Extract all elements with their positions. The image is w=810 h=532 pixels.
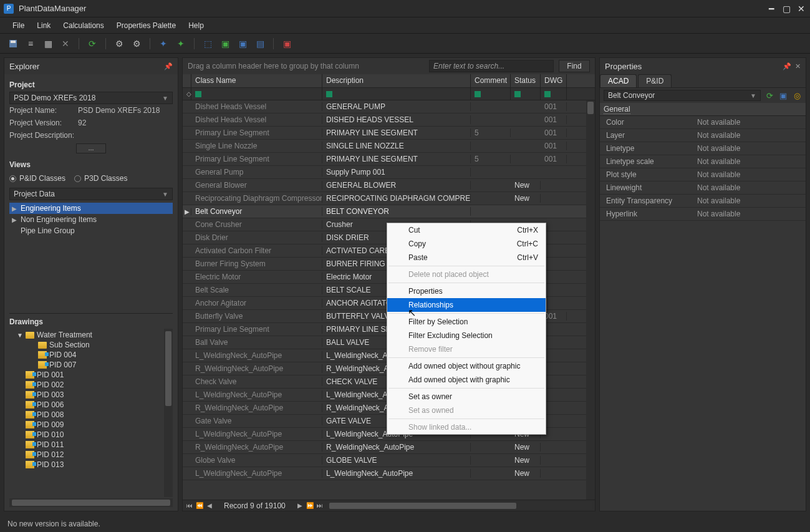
table-row[interactable]: General BlowerGENERAL BLOWERNew: [183, 179, 595, 192]
drawing-item[interactable]: PID 011: [13, 440, 173, 450]
project-desc-button[interactable]: ...: [76, 143, 106, 153]
property-row[interactable]: Plot styleNot available: [600, 168, 806, 181]
minimize-icon[interactable]: ━: [766, 4, 776, 14]
drawing-item[interactable]: PID 010: [13, 430, 173, 440]
import-icon[interactable]: ▣: [236, 37, 249, 51]
table-row[interactable]: R_WeldingNeck_AutoPipeR_WeldingNeck_Auto…: [183, 441, 595, 454]
properties-category[interactable]: General: [600, 103, 806, 116]
drawing-item[interactable]: PID 013: [13, 460, 173, 470]
context-menu-item[interactable]: Filter by Selection: [387, 315, 546, 329]
table-icon[interactable]: ▤: [253, 37, 267, 51]
grid-h-scrollbar[interactable]: [329, 502, 592, 510]
drawing-item[interactable]: ▼Water Treatment: [13, 330, 173, 340]
nav-first-icon[interactable]: ⏮: [185, 502, 194, 509]
copy-icon[interactable]: ▣: [778, 90, 788, 100]
table-row[interactable]: General PumpSupply Pump 001: [183, 166, 595, 179]
drawing-item[interactable]: PID 006: [13, 400, 173, 410]
property-row[interactable]: LinetypeNot available: [600, 142, 806, 155]
nav-next-icon[interactable]: ▶: [296, 502, 304, 509]
property-row[interactable]: HyperlinkNot available: [600, 208, 806, 221]
link-icon[interactable]: ◎: [792, 90, 802, 100]
drawing-item[interactable]: PID 004: [13, 350, 173, 360]
maximize-icon[interactable]: ▢: [781, 4, 791, 14]
context-menu-item[interactable]: Relationships: [387, 298, 546, 312]
column-status[interactable]: Status: [511, 74, 541, 87]
table-row[interactable]: L_WeldingNeck_AutoPipeL_WeldingNeck_Auto…: [183, 467, 595, 480]
pin-icon[interactable]: 📌: [164, 62, 173, 70]
tab-acad[interactable]: ACAD: [600, 74, 637, 87]
project-combo[interactable]: PSD Demo XREFs 2018 ▼: [9, 92, 173, 104]
remove-icon[interactable]: ▣: [280, 37, 294, 51]
refresh-icon[interactable]: ⟳: [764, 90, 774, 100]
property-row[interactable]: Linetype scaleNot available: [600, 155, 806, 168]
nav-prev-icon[interactable]: ◀: [205, 502, 214, 509]
add-plus-icon[interactable]: ✦: [174, 37, 188, 51]
refresh-icon[interactable]: ⟳: [85, 37, 99, 51]
filter-status[interactable]: [511, 88, 541, 100]
drawing-item[interactable]: PID 002: [13, 380, 173, 390]
context-menu-item[interactable]: Add owned object with graphic: [387, 373, 546, 387]
filter-comment[interactable]: [471, 88, 511, 100]
pin-icon[interactable]: 📌: [783, 62, 791, 70]
context-menu-item[interactable]: CutCtrl+X: [387, 223, 546, 237]
delete-icon[interactable]: ✕: [59, 37, 72, 51]
drawing-item[interactable]: PID 001: [13, 370, 173, 380]
table-row[interactable]: Primary Line SegmentPRIMARY LINE SEGMENT…: [183, 127, 595, 140]
drawings-scrollbar[interactable]: [164, 329, 173, 497]
tree-item[interactable]: Pipe Line Group: [9, 225, 173, 236]
property-row[interactable]: LayerNot available: [600, 129, 806, 142]
filter-desc[interactable]: [322, 88, 471, 100]
drawing-item[interactable]: Sub Section: [13, 340, 173, 350]
property-row[interactable]: Entity TransparencyNot available: [600, 195, 806, 208]
filter-class[interactable]: [191, 88, 322, 100]
properties-object-combo[interactable]: Belt Conveyor ▼: [604, 90, 761, 101]
drawing-item[interactable]: PID 012: [13, 450, 173, 460]
table-row[interactable]: ▶Belt ConveyorBELT CONVEYOR: [183, 205, 595, 218]
context-menu-item[interactable]: Properties: [387, 284, 546, 298]
find-next-icon[interactable]: ⚙: [130, 37, 143, 51]
column-description[interactable]: Description: [322, 74, 471, 87]
menu-help[interactable]: Help: [182, 19, 210, 32]
radio-p3d-classes[interactable]: P3D Classes: [74, 174, 127, 183]
table-row[interactable]: Dished Heads VesselDISHED HEADS VESSEL00…: [183, 114, 595, 127]
search-input[interactable]: Enter text to search...: [429, 60, 554, 72]
context-menu-item[interactable]: Set as owner: [387, 390, 546, 404]
menu-file[interactable]: File: [6, 19, 31, 32]
context-menu-item[interactable]: CopyCtrl+C: [387, 237, 546, 251]
column-comment[interactable]: Comment: [471, 74, 511, 87]
grid-v-scrollbar[interactable]: [586, 100, 595, 500]
drawing-item[interactable]: PID 009: [13, 420, 173, 430]
property-row[interactable]: ColorNot available: [600, 116, 806, 129]
export-icon[interactable]: ▣: [218, 37, 232, 51]
drawing-item[interactable]: PID 003: [13, 390, 173, 400]
table-row[interactable]: Single Line NozzleSINGLE LINE NOZZLE001: [183, 140, 595, 153]
context-menu-item[interactable]: Add owned object without graphic: [387, 359, 546, 373]
tree-item[interactable]: ▶Non Engineering Items: [9, 214, 173, 225]
menu-link[interactable]: Link: [31, 19, 57, 32]
table-row[interactable]: Reciprocating Diaphragm CompressorRECIPR…: [183, 192, 595, 205]
table-row[interactable]: Globe ValveGLOBE VALVENew: [183, 454, 595, 467]
table-row[interactable]: Dished Heads VesselGENERAL PUMP001: [183, 100, 595, 114]
nav-last-icon[interactable]: ⏭: [316, 502, 324, 509]
drawing-item[interactable]: PID 008: [13, 410, 173, 420]
add-icon[interactable]: ✦: [157, 37, 170, 51]
column-dwg[interactable]: DWG ...: [541, 74, 567, 87]
drawing-item[interactable]: PID 007: [13, 360, 173, 370]
nav-prevpage-icon[interactable]: ⏪: [195, 502, 204, 509]
menu-calculations[interactable]: Calculations: [57, 19, 110, 32]
save-icon[interactable]: [6, 37, 20, 51]
grid-icon[interactable]: ▦: [41, 37, 55, 51]
context-menu-item[interactable]: PasteCtrl+V: [387, 251, 546, 264]
find-button[interactable]: Find: [559, 60, 590, 72]
tree-item[interactable]: ▶Engineering Items: [9, 203, 173, 214]
table-row[interactable]: Primary Line SegmentPRIMARY LINE SEGMENT…: [183, 153, 595, 166]
radio-pid-classes[interactable]: P&ID Classes: [9, 174, 65, 183]
find-icon[interactable]: ⚙: [112, 37, 126, 51]
data-combo[interactable]: Project Data ▼: [9, 188, 173, 200]
nav-nextpage-icon[interactable]: ⏩: [306, 502, 314, 509]
list-icon[interactable]: ≡: [24, 37, 37, 51]
property-row[interactable]: LineweightNot available: [600, 181, 806, 195]
close-icon[interactable]: ✕: [796, 4, 806, 14]
filter-dwg[interactable]: [541, 88, 567, 100]
column-class-name[interactable]: Class Name: [191, 74, 322, 87]
